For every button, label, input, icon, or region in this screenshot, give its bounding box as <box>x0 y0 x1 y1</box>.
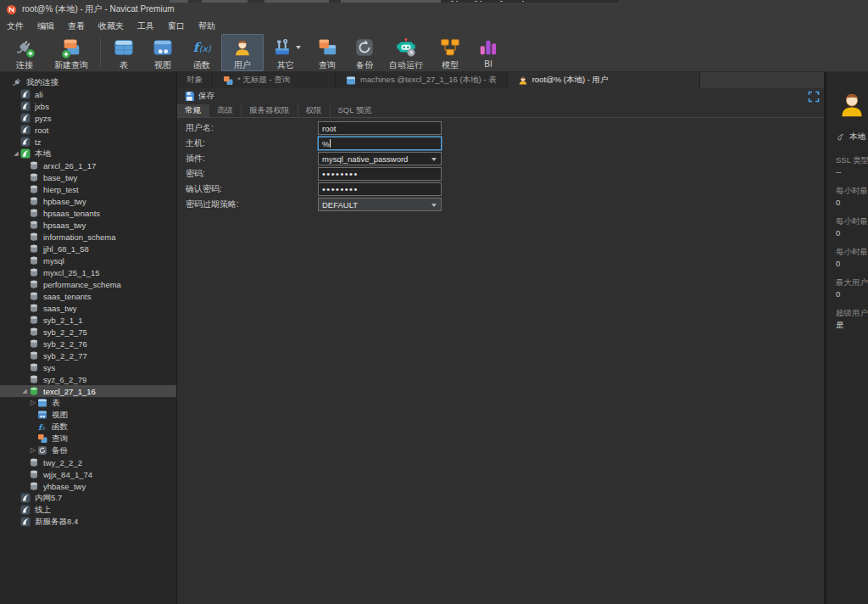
text-input-field[interactable]: root <box>318 121 442 135</box>
collapse-arrow-icon[interactable]: ◢ <box>12 148 20 159</box>
tree-row[interactable]: 新服务器8.4 <box>0 516 176 528</box>
doc-tab[interactable]: root@% (本地) - 用户 <box>508 72 700 88</box>
tree-item-label: ali <box>35 90 43 99</box>
database-icon <box>29 255 39 266</box>
select-field[interactable]: mysql_native_password <box>318 152 442 165</box>
tree-row[interactable]: information_schema <box>0 231 176 243</box>
tree-row[interactable]: syb_2_1_1 <box>0 314 176 326</box>
toolbar-button-new-query[interactable]: 新建查询 <box>46 34 97 71</box>
menu-item[interactable]: 文件 <box>0 19 31 34</box>
select-field[interactable]: DEFAULT <box>318 198 442 211</box>
menu-item[interactable]: 查看 <box>61 19 92 34</box>
tree-row[interactable]: 查询 <box>0 433 176 445</box>
tree-row[interactable]: hpbase_twy <box>0 195 176 207</box>
database-icon <box>29 315 39 325</box>
tree-row[interactable]: myxcl_25_1_15 <box>0 266 176 278</box>
tree-row[interactable]: syb_2_2_77 <box>0 350 176 361</box>
tree-row[interactable]: arxcl_26_1_17 <box>0 159 176 171</box>
toolbar-button-bi[interactable]: BI <box>470 34 506 71</box>
database-icon <box>29 338 39 349</box>
editor-subtab[interactable]: 常规 <box>177 104 209 117</box>
menu-item[interactable]: 编辑 <box>31 19 61 34</box>
connection-name: 本地 <box>849 131 865 143</box>
menu-item[interactable]: 窗口 <box>161 19 192 34</box>
tree-row[interactable]: fx函数 <box>0 421 176 433</box>
menu-item[interactable]: 帮助 <box>192 19 222 34</box>
tree-row[interactable]: sys <box>0 361 176 373</box>
tree-row[interactable]: ali <box>0 88 176 100</box>
tree-row[interactable]: tz <box>0 136 176 148</box>
tools-icon <box>271 36 301 59</box>
text-input-field[interactable]: •••••••• <box>318 167 442 181</box>
text-input-field[interactable]: % <box>318 137 442 150</box>
collapse-arrow-icon[interactable]: ◢ <box>20 385 29 397</box>
doc-tab-label: 对象 <box>186 75 203 86</box>
tree-row[interactable]: wjjx_84_1_74 <box>0 468 176 480</box>
doc-tab[interactable]: machines @texcl_27_1_16 (本地) - 表 <box>336 72 508 88</box>
tree-row[interactable]: pyzs <box>0 112 176 124</box>
save-button[interactable]: 保存 <box>184 91 214 102</box>
editor-subtab[interactable]: 权限 <box>298 104 330 117</box>
tree-row[interactable]: root <box>0 124 176 136</box>
tree-row[interactable]: 线上 <box>0 504 176 516</box>
editor-subtab[interactable]: 高级 <box>209 104 241 117</box>
tree-item-label: 内网5.7 <box>35 493 62 504</box>
toolbar-button-autorun[interactable]: 自动运行 <box>382 34 430 71</box>
expand-arrow-icon[interactable]: ▷ <box>29 397 37 409</box>
tree-row[interactable]: ◢本地 <box>0 148 176 159</box>
form-label: 确认密码: <box>186 183 318 195</box>
tree-row[interactable]: saas_twy <box>0 302 176 314</box>
tree-row[interactable]: yhbase_twy <box>0 480 176 492</box>
menu-item[interactable]: 工具 <box>131 19 161 34</box>
tree-item-label: 视图 <box>52 410 68 421</box>
stat-row: 最大用户0 <box>836 277 868 299</box>
toolbar-button-function[interactable]: f(x)函数 <box>182 34 221 71</box>
tree-row[interactable]: 我的连接 <box>0 76 176 88</box>
tree-row[interactable]: 内网5.7 <box>0 492 176 504</box>
toolbar-button-view[interactable]: 视图 <box>143 34 182 71</box>
tree-row[interactable]: twy_2_2_2 <box>0 456 176 468</box>
dropdown-arrow-icon[interactable] <box>296 46 301 49</box>
stat-label: SSL 类型 <box>836 154 868 165</box>
database-open-icon <box>29 386 39 396</box>
editor-subtab[interactable]: SQL 预览 <box>330 104 380 117</box>
toolbar-button-user[interactable]: 用户 <box>221 34 264 71</box>
toolbar-button-connect[interactable]: 连接 <box>3 34 46 71</box>
field-value: mysql_native_password <box>322 154 408 164</box>
tree-row[interactable]: syb_2_2_76 <box>0 338 176 350</box>
tree-row[interactable]: jjhl_68_1_58 <box>0 243 176 254</box>
toolbar-button-table[interactable]: 表 <box>104 34 143 71</box>
doc-tab[interactable]: 对象 <box>177 72 213 88</box>
database-icon <box>29 350 39 361</box>
toolbar-button-tools[interactable]: 其它 <box>264 34 308 71</box>
toolbar-button-label: 查询 <box>319 59 336 71</box>
tree-row[interactable]: 视图 <box>0 409 176 421</box>
query-icon <box>223 76 233 86</box>
toolbar-button-model[interactable]: 模型 <box>430 34 470 71</box>
tree-row[interactable]: syz_6_2_79 <box>0 373 176 385</box>
text-input-field[interactable]: •••••••• <box>318 182 442 196</box>
tree-row[interactable]: hpsaas_tenants <box>0 207 176 219</box>
tree-row[interactable]: ▷备份 <box>0 445 176 456</box>
tree-row[interactable]: ▷表 <box>0 397 176 409</box>
tree-row[interactable]: performance_schema <box>0 278 176 290</box>
tree-row[interactable]: hierp_test <box>0 183 176 195</box>
toolbar-separator <box>100 38 101 67</box>
tree-row[interactable]: mysql <box>0 254 176 266</box>
menu-item[interactable]: 收藏夹 <box>92 19 131 34</box>
editor-subtab[interactable]: 服务器权限 <box>241 104 298 117</box>
editor-subtabs: 常规高级服务器权限权限SQL 预览 <box>177 104 824 118</box>
toolbar-button-backup[interactable]: 备份 <box>347 34 382 71</box>
tree-row[interactable]: syb_2_2_75 <box>0 326 176 338</box>
expand-pane-icon[interactable] <box>808 91 820 103</box>
expand-arrow-icon[interactable]: ▷ <box>29 445 37 456</box>
tree-row[interactable]: hpsaas_twy <box>0 219 176 231</box>
tree-row[interactable]: ◢texcl_27_1_16 <box>0 385 176 397</box>
doc-tab[interactable]: * 无标题 - 查询 <box>213 72 336 88</box>
tree-row[interactable]: saas_tenants <box>0 290 176 302</box>
tree-item-label: syb_2_2_75 <box>43 327 87 337</box>
tree-row[interactable]: jxbs <box>0 100 176 112</box>
toolbar-button-query[interactable]: 查询 <box>308 34 347 71</box>
tree-row[interactable]: base_twy <box>0 171 176 183</box>
stat-row: SSL 类型-- <box>836 154 868 177</box>
